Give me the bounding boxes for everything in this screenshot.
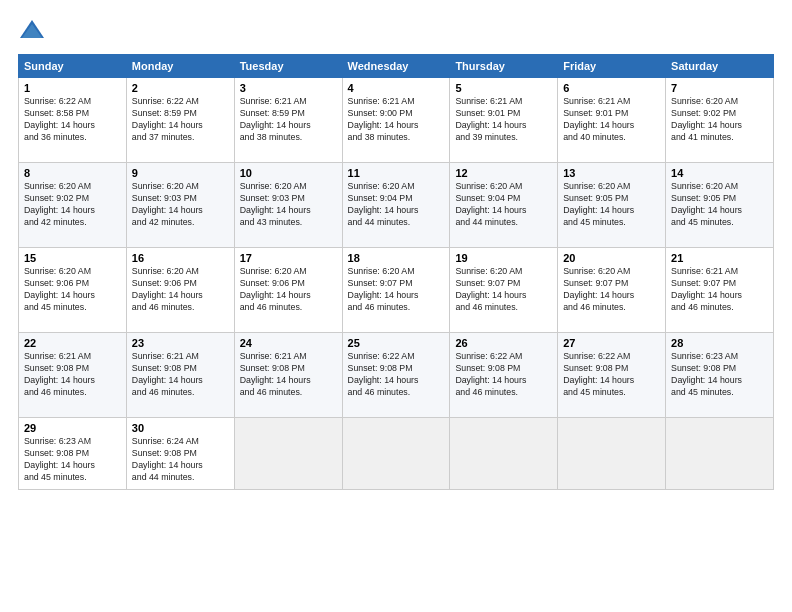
calendar-cell — [666, 418, 774, 490]
day-number: 6 — [563, 82, 660, 94]
day-number: 30 — [132, 422, 229, 434]
calendar-table: SundayMondayTuesdayWednesdayThursdayFrid… — [18, 54, 774, 490]
calendar-cell — [558, 418, 666, 490]
day-number: 22 — [24, 337, 121, 349]
day-number: 18 — [348, 252, 445, 264]
calendar-week-row: 29Sunrise: 6:23 AMSunset: 9:08 PMDayligh… — [19, 418, 774, 490]
calendar-cell: 19Sunrise: 6:20 AMSunset: 9:07 PMDayligh… — [450, 248, 558, 333]
calendar-week-row: 22Sunrise: 6:21 AMSunset: 9:08 PMDayligh… — [19, 333, 774, 418]
day-number: 3 — [240, 82, 337, 94]
cell-details: Sunrise: 6:20 AMSunset: 9:07 PMDaylight:… — [348, 266, 445, 314]
day-number: 5 — [455, 82, 552, 94]
cell-details: Sunrise: 6:20 AMSunset: 9:06 PMDaylight:… — [24, 266, 121, 314]
calendar-cell: 23Sunrise: 6:21 AMSunset: 9:08 PMDayligh… — [126, 333, 234, 418]
day-number: 13 — [563, 167, 660, 179]
cell-details: Sunrise: 6:20 AMSunset: 9:04 PMDaylight:… — [348, 181, 445, 229]
cell-details: Sunrise: 6:21 AMSunset: 9:01 PMDaylight:… — [455, 96, 552, 144]
calendar-cell: 16Sunrise: 6:20 AMSunset: 9:06 PMDayligh… — [126, 248, 234, 333]
calendar-cell: 5Sunrise: 6:21 AMSunset: 9:01 PMDaylight… — [450, 78, 558, 163]
calendar-week-row: 8Sunrise: 6:20 AMSunset: 9:02 PMDaylight… — [19, 163, 774, 248]
cell-details: Sunrise: 6:21 AMSunset: 8:59 PMDaylight:… — [240, 96, 337, 144]
day-number: 2 — [132, 82, 229, 94]
day-number: 26 — [455, 337, 552, 349]
calendar-cell: 14Sunrise: 6:20 AMSunset: 9:05 PMDayligh… — [666, 163, 774, 248]
day-number: 16 — [132, 252, 229, 264]
cell-details: Sunrise: 6:20 AMSunset: 9:03 PMDaylight:… — [132, 181, 229, 229]
calendar-cell: 11Sunrise: 6:20 AMSunset: 9:04 PMDayligh… — [342, 163, 450, 248]
cell-details: Sunrise: 6:20 AMSunset: 9:04 PMDaylight:… — [455, 181, 552, 229]
calendar-cell — [342, 418, 450, 490]
cell-details: Sunrise: 6:23 AMSunset: 9:08 PMDaylight:… — [671, 351, 768, 399]
calendar-week-row: 1Sunrise: 6:22 AMSunset: 8:58 PMDaylight… — [19, 78, 774, 163]
cell-details: Sunrise: 6:21 AMSunset: 9:01 PMDaylight:… — [563, 96, 660, 144]
calendar-cell: 21Sunrise: 6:21 AMSunset: 9:07 PMDayligh… — [666, 248, 774, 333]
cell-details: Sunrise: 6:21 AMSunset: 9:08 PMDaylight:… — [24, 351, 121, 399]
cell-details: Sunrise: 6:20 AMSunset: 9:06 PMDaylight:… — [132, 266, 229, 314]
cell-details: Sunrise: 6:20 AMSunset: 9:06 PMDaylight:… — [240, 266, 337, 314]
calendar-cell: 2Sunrise: 6:22 AMSunset: 8:59 PMDaylight… — [126, 78, 234, 163]
calendar-cell: 17Sunrise: 6:20 AMSunset: 9:06 PMDayligh… — [234, 248, 342, 333]
calendar-cell: 8Sunrise: 6:20 AMSunset: 9:02 PMDaylight… — [19, 163, 127, 248]
day-number: 17 — [240, 252, 337, 264]
day-number: 21 — [671, 252, 768, 264]
day-number: 9 — [132, 167, 229, 179]
day-number: 12 — [455, 167, 552, 179]
day-number: 15 — [24, 252, 121, 264]
day-number: 7 — [671, 82, 768, 94]
day-number: 28 — [671, 337, 768, 349]
calendar-cell: 6Sunrise: 6:21 AMSunset: 9:01 PMDaylight… — [558, 78, 666, 163]
calendar-cell: 24Sunrise: 6:21 AMSunset: 9:08 PMDayligh… — [234, 333, 342, 418]
weekday-header: Saturday — [666, 55, 774, 78]
calendar-cell: 9Sunrise: 6:20 AMSunset: 9:03 PMDaylight… — [126, 163, 234, 248]
header — [18, 16, 774, 44]
weekday-header: Thursday — [450, 55, 558, 78]
cell-details: Sunrise: 6:20 AMSunset: 9:05 PMDaylight:… — [563, 181, 660, 229]
day-number: 20 — [563, 252, 660, 264]
day-number: 24 — [240, 337, 337, 349]
calendar-cell: 12Sunrise: 6:20 AMSunset: 9:04 PMDayligh… — [450, 163, 558, 248]
cell-details: Sunrise: 6:22 AMSunset: 9:08 PMDaylight:… — [455, 351, 552, 399]
calendar-cell: 26Sunrise: 6:22 AMSunset: 9:08 PMDayligh… — [450, 333, 558, 418]
calendar-cell: 1Sunrise: 6:22 AMSunset: 8:58 PMDaylight… — [19, 78, 127, 163]
cell-details: Sunrise: 6:23 AMSunset: 9:08 PMDaylight:… — [24, 436, 121, 484]
calendar-cell — [450, 418, 558, 490]
calendar-cell: 3Sunrise: 6:21 AMSunset: 8:59 PMDaylight… — [234, 78, 342, 163]
calendar-cell: 25Sunrise: 6:22 AMSunset: 9:08 PMDayligh… — [342, 333, 450, 418]
weekday-header: Wednesday — [342, 55, 450, 78]
weekday-header: Friday — [558, 55, 666, 78]
weekday-header: Monday — [126, 55, 234, 78]
calendar-cell: 30Sunrise: 6:24 AMSunset: 9:08 PMDayligh… — [126, 418, 234, 490]
calendar-cell: 4Sunrise: 6:21 AMSunset: 9:00 PMDaylight… — [342, 78, 450, 163]
day-number: 23 — [132, 337, 229, 349]
calendar-cell: 27Sunrise: 6:22 AMSunset: 9:08 PMDayligh… — [558, 333, 666, 418]
calendar-cell: 20Sunrise: 6:20 AMSunset: 9:07 PMDayligh… — [558, 248, 666, 333]
cell-details: Sunrise: 6:20 AMSunset: 9:03 PMDaylight:… — [240, 181, 337, 229]
day-number: 11 — [348, 167, 445, 179]
cell-details: Sunrise: 6:21 AMSunset: 9:08 PMDaylight:… — [240, 351, 337, 399]
cell-details: Sunrise: 6:21 AMSunset: 9:08 PMDaylight:… — [132, 351, 229, 399]
cell-details: Sunrise: 6:22 AMSunset: 8:58 PMDaylight:… — [24, 96, 121, 144]
day-number: 29 — [24, 422, 121, 434]
logo-icon — [18, 16, 46, 44]
calendar-cell: 15Sunrise: 6:20 AMSunset: 9:06 PMDayligh… — [19, 248, 127, 333]
day-number: 27 — [563, 337, 660, 349]
calendar-cell: 22Sunrise: 6:21 AMSunset: 9:08 PMDayligh… — [19, 333, 127, 418]
day-number: 25 — [348, 337, 445, 349]
day-number: 1 — [24, 82, 121, 94]
cell-details: Sunrise: 6:20 AMSunset: 9:02 PMDaylight:… — [671, 96, 768, 144]
day-number: 10 — [240, 167, 337, 179]
weekday-header: Tuesday — [234, 55, 342, 78]
calendar-cell: 7Sunrise: 6:20 AMSunset: 9:02 PMDaylight… — [666, 78, 774, 163]
cell-details: Sunrise: 6:22 AMSunset: 9:08 PMDaylight:… — [563, 351, 660, 399]
calendar-cell: 13Sunrise: 6:20 AMSunset: 9:05 PMDayligh… — [558, 163, 666, 248]
cell-details: Sunrise: 6:21 AMSunset: 9:07 PMDaylight:… — [671, 266, 768, 314]
weekday-header-row: SundayMondayTuesdayWednesdayThursdayFrid… — [19, 55, 774, 78]
cell-details: Sunrise: 6:22 AMSunset: 9:08 PMDaylight:… — [348, 351, 445, 399]
calendar-cell: 29Sunrise: 6:23 AMSunset: 9:08 PMDayligh… — [19, 418, 127, 490]
cell-details: Sunrise: 6:22 AMSunset: 8:59 PMDaylight:… — [132, 96, 229, 144]
cell-details: Sunrise: 6:20 AMSunset: 9:02 PMDaylight:… — [24, 181, 121, 229]
calendar-cell: 28Sunrise: 6:23 AMSunset: 9:08 PMDayligh… — [666, 333, 774, 418]
day-number: 14 — [671, 167, 768, 179]
cell-details: Sunrise: 6:20 AMSunset: 9:07 PMDaylight:… — [455, 266, 552, 314]
day-number: 19 — [455, 252, 552, 264]
